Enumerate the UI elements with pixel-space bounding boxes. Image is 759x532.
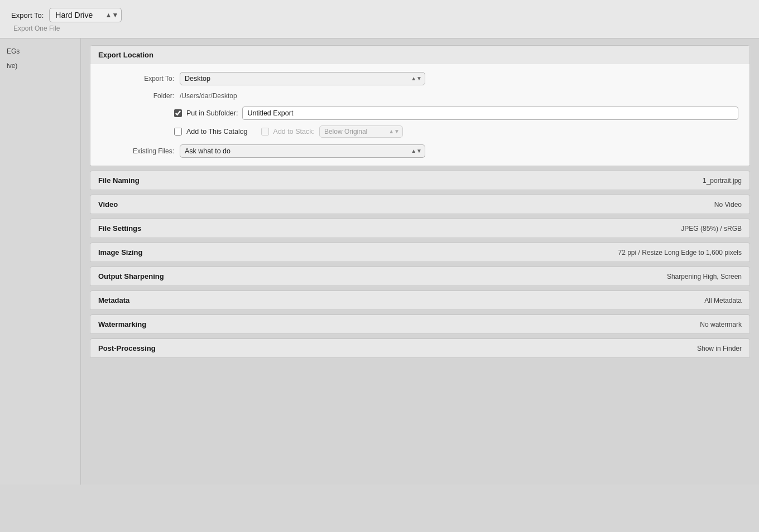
top-export-row: Export To: Hard Drive Email CD/DVD ▲▼ xyxy=(11,8,748,22)
section-header-file-naming[interactable]: File Naming1_portrait.jpg xyxy=(90,171,750,190)
top-export-label: Export To: xyxy=(11,11,44,20)
export-location-header[interactable]: Export Location xyxy=(90,46,750,64)
add-stack-checkbox[interactable] xyxy=(261,128,269,136)
subfolder-checkbox-label: Put in Subfolder: xyxy=(186,109,238,117)
existing-files-field: Ask what to do Choose a new name for the… xyxy=(180,144,738,158)
export-to-field: Desktop Documents Pictures Choose Folder… xyxy=(180,72,738,85)
section-panel-video: VideoNo Video xyxy=(90,195,750,214)
section-header-file-settings[interactable]: File SettingsJPEG (85%) / sRGB xyxy=(90,219,750,238)
section-panel-file-naming: File Naming1_portrait.jpg xyxy=(90,171,750,190)
existing-files-label: Existing Files: xyxy=(102,147,174,155)
stack-dropdown-wrapper: Below Original Above Original ▲▼ xyxy=(319,125,403,138)
section-value-file-settings: JPEG (85%) / sRGB xyxy=(681,225,742,233)
section-panel-image-sizing: Image Sizing72 ppi / Resize Long Edge to… xyxy=(90,243,750,262)
add-stack-label: Add to Stack: xyxy=(273,128,315,136)
section-title-image-sizing: Image Sizing xyxy=(98,248,142,257)
section-title-watermarking: Watermarking xyxy=(98,320,146,328)
export-to-row: Export To: Desktop Documents Pictures Ch… xyxy=(102,72,738,85)
section-value-image-sizing: 72 ppi / Resize Long Edge to 1,600 pixel… xyxy=(618,249,742,257)
add-catalog-row: Add to This Catalog Add to Stack: Below … xyxy=(174,125,738,138)
section-header-video[interactable]: VideoNo Video xyxy=(90,195,750,214)
section-panel-file-settings: File SettingsJPEG (85%) / sRGB xyxy=(90,219,750,238)
existing-files-dropdown[interactable]: Ask what to do Choose a new name for the… xyxy=(180,144,425,158)
section-title-video: Video xyxy=(98,200,118,209)
existing-files-row: Existing Files: Ask what to do Choose a … xyxy=(102,144,738,158)
sidebar-item-ive: ive) xyxy=(0,59,80,73)
section-header-post-processing[interactable]: Post-ProcessingShow in Finder xyxy=(90,339,750,357)
add-catalog-checkbox-group: Add to This Catalog xyxy=(174,128,248,136)
top-export-select-wrapper: Hard Drive Email CD/DVD ▲▼ xyxy=(49,8,122,22)
add-stack-group: Add to Stack: Below Original Above Origi… xyxy=(261,125,403,138)
subfolder-checkbox[interactable] xyxy=(174,109,182,117)
section-value-file-naming: 1_portrait.jpg xyxy=(703,177,742,185)
section-panel-post-processing: Post-ProcessingShow in Finder xyxy=(90,338,750,358)
section-value-post-processing: Show in Finder xyxy=(697,345,742,352)
add-catalog-checkbox[interactable] xyxy=(174,128,182,136)
section-header-output-sharpening[interactable]: Output SharpeningSharpening High, Screen xyxy=(90,267,750,286)
section-value-video: No Video xyxy=(714,201,742,209)
add-stack-dropdown: Below Original Above Original xyxy=(319,125,403,138)
sidebar: EGs ive) xyxy=(0,38,81,485)
section-title-file-settings: File Settings xyxy=(98,224,141,233)
subfolder-text-input[interactable] xyxy=(242,107,738,120)
sections-container: File Naming1_portrait.jpgVideoNo VideoFi… xyxy=(90,171,750,358)
export-location-panel: Export Location Export To: Desktop Docum… xyxy=(90,45,750,166)
existing-files-dropdown-wrapper: Ask what to do Choose a new name for the… xyxy=(180,144,425,158)
subfolder-row: Put in Subfolder: xyxy=(174,107,738,120)
section-value-output-sharpening: Sharpening High, Screen xyxy=(667,273,742,280)
section-title-output-sharpening: Output Sharpening xyxy=(98,272,164,280)
section-header-image-sizing[interactable]: Image Sizing72 ppi / Resize Long Edge to… xyxy=(90,243,750,262)
main-content: EGs ive) Export Location Export To: Desk… xyxy=(0,38,759,485)
export-to-dropdown-wrapper: Desktop Documents Pictures Choose Folder… xyxy=(180,72,425,85)
export-location-title: Export Location xyxy=(98,51,153,59)
section-title-post-processing: Post-Processing xyxy=(98,344,156,352)
section-header-metadata[interactable]: MetadataAll Metadata xyxy=(90,291,750,309)
section-header-watermarking[interactable]: WatermarkingNo watermark xyxy=(90,315,750,333)
folder-row: Folder: /Users/dar/Desktop xyxy=(102,92,738,100)
content-area: Export Location Export To: Desktop Docum… xyxy=(81,38,759,485)
folder-path-value: /Users/dar/Desktop xyxy=(180,92,237,100)
top-bar: Export To: Hard Drive Email CD/DVD ▲▼ Ex… xyxy=(0,0,759,38)
section-title-file-naming: File Naming xyxy=(98,176,140,185)
section-panel-watermarking: WatermarkingNo watermark xyxy=(90,315,750,334)
section-panel-output-sharpening: Output SharpeningSharpening High, Screen xyxy=(90,267,750,286)
add-catalog-label: Add to This Catalog xyxy=(186,128,248,136)
export-to-field-label: Export To: xyxy=(102,75,174,83)
folder-field-label: Folder: xyxy=(102,92,174,100)
section-value-watermarking: No watermark xyxy=(700,321,742,328)
export-location-body: Export To: Desktop Documents Pictures Ch… xyxy=(90,64,750,166)
top-subtitle: Export One File xyxy=(11,25,748,32)
top-export-select[interactable]: Hard Drive Email CD/DVD xyxy=(49,8,122,22)
export-to-dropdown[interactable]: Desktop Documents Pictures Choose Folder… xyxy=(180,72,425,85)
sidebar-item-egs: EGs xyxy=(0,44,80,59)
section-value-metadata: All Metadata xyxy=(704,297,742,304)
section-title-metadata: Metadata xyxy=(98,296,129,304)
section-panel-metadata: MetadataAll Metadata xyxy=(90,291,750,310)
